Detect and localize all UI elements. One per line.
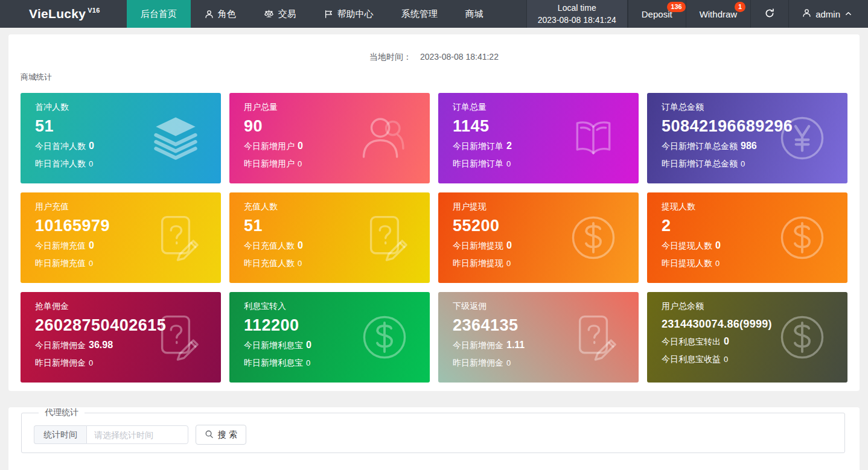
- nav-item-label: 角色: [218, 8, 236, 20]
- doc-question-icon: [150, 212, 202, 264]
- deposit-label: Deposit: [642, 9, 672, 19]
- chevron-up-icon: [844, 9, 852, 19]
- brand-logo[interactable]: VieLuckyV16: [0, 0, 127, 28]
- top-navbar: VieLuckyV16 后台首页 角色 交易 帮助中心 系统管理 商城 Loca…: [0, 0, 868, 28]
- withdraw-button[interactable]: Withdraw 1: [686, 0, 751, 28]
- stat-card: 用户充值10165979今日新增充值0昨日新增充值0: [21, 192, 221, 283]
- nav-item-label: 商城: [465, 8, 483, 20]
- stat-card: 首冲人数51今日首冲人数0昨日首冲人数0: [21, 93, 221, 183]
- dollar-circle-icon: [776, 311, 828, 363]
- search-icon: [205, 430, 214, 440]
- stat-card: 利息宝转入112200今日新增利息宝0昨日新增利息宝0: [229, 292, 430, 383]
- nav-item-trade[interactable]: 交易: [250, 0, 310, 28]
- nav-item-mall[interactable]: 商城: [452, 0, 497, 28]
- card-title: 抢单佣金: [35, 301, 221, 312]
- nav-item-dashboard[interactable]: 后台首页: [127, 0, 191, 28]
- section-title: 商城统计: [21, 72, 860, 83]
- navbar-right: Local time 2023-08-08 18:41:24 Deposit 1…: [526, 0, 868, 28]
- page-local-time-value: 2023-08-08 18:41:22: [420, 52, 499, 62]
- nav-item-label: 帮助中心: [337, 8, 374, 20]
- stat-card: 提现人数2今日提现人数0昨日提现人数0: [647, 192, 847, 283]
- user-icon: [205, 10, 214, 19]
- card-title: 订单总金额: [662, 102, 847, 113]
- search-button-label: 搜 索: [218, 430, 237, 440]
- stat-card: 用户提现55200今日新增提现0昨日新增提现0: [438, 192, 639, 283]
- brand-name: VieLucky: [29, 7, 86, 21]
- card-title: 用户提现: [453, 202, 639, 212]
- stat-card: 订单总量1145今日新增订单2昨日新增订单0: [438, 93, 639, 183]
- local-time-value: 2023-08-08 18:41:24: [538, 14, 616, 26]
- yen-circle-icon: [776, 112, 828, 164]
- stats-grid: 首冲人数51今日首冲人数0昨日首冲人数0用户总量90今日新增用户0昨日新增用户0…: [21, 93, 847, 383]
- card-title: 用户充值: [35, 202, 221, 212]
- doc-question-icon: [359, 212, 410, 264]
- card-title: 首冲人数: [35, 102, 221, 113]
- brand-version: V16: [88, 7, 100, 14]
- stat-time-input[interactable]: [86, 425, 188, 444]
- agent-stats-panel: 代理统计 统计时间 搜 索: [8, 407, 860, 470]
- card-title: 下级返佣: [453, 301, 639, 312]
- stat-card: 用户总余额2314430074.86(9999)今日利息宝转出0今日利息宝收益0: [647, 292, 847, 383]
- nav-item-help-center[interactable]: 帮助中心: [310, 0, 388, 28]
- main-menu: 后台首页 角色 交易 帮助中心 系统管理 商城: [127, 0, 497, 28]
- card-title: 提现人数: [662, 202, 847, 212]
- nav-item-system[interactable]: 系统管理: [388, 0, 452, 28]
- nav-item-label: 后台首页: [141, 8, 177, 20]
- stat-time-label: 统计时间: [34, 425, 86, 444]
- stat-card: 用户总量90今日新增用户0昨日新增用户0: [229, 93, 430, 183]
- stat-card: 抢单佣金26028750402615今日新增佣金36.98昨日新增佣金0: [21, 292, 221, 383]
- scales-icon: [264, 9, 274, 19]
- nav-item-label: 系统管理: [401, 8, 438, 20]
- nav-item-roles[interactable]: 角色: [191, 0, 250, 28]
- refresh-button[interactable]: [750, 0, 788, 28]
- card-title: 用户总余额: [662, 301, 847, 312]
- shop-stats-panel: 当地时间： 2023-08-08 18:41:22 商城统计 首冲人数51今日首…: [8, 34, 860, 391]
- stat-card: 充值人数51今日充值人数0昨日充值人数0: [229, 192, 430, 283]
- user-icon: [802, 8, 811, 19]
- main-content: 当地时间： 2023-08-08 18:41:22 商城统计 首冲人数51今日首…: [0, 34, 868, 470]
- card-title: 订单总量: [453, 102, 639, 113]
- dollar-circle-icon: [359, 311, 410, 363]
- doc-question-icon: [150, 311, 202, 363]
- agent-stats-fieldset: 代理统计 统计时间 搜 索: [21, 407, 845, 453]
- nav-item-label: 交易: [278, 8, 296, 20]
- agent-filter-row: 统计时间 搜 索: [34, 425, 844, 445]
- card-title: 用户总量: [244, 102, 430, 113]
- flag-icon: [324, 10, 333, 19]
- deposit-badge: 136: [667, 2, 685, 12]
- doc-question-icon: [567, 311, 619, 363]
- book-open-icon: [567, 112, 619, 164]
- username: admin: [815, 9, 840, 19]
- search-button[interactable]: 搜 索: [196, 425, 246, 445]
- page-local-time-label: 当地时间：: [369, 52, 412, 62]
- withdraw-label: Withdraw: [700, 9, 738, 19]
- deposit-button[interactable]: Deposit 136: [628, 0, 686, 28]
- users-icon: [359, 112, 410, 164]
- stat-time-filter: 统计时间: [34, 425, 188, 444]
- local-time-label: Local time: [558, 2, 596, 14]
- card-title: 利息宝转入: [244, 301, 430, 312]
- local-time-cell: Local time 2023-08-08 18:41:24: [526, 0, 628, 28]
- user-menu[interactable]: admin: [788, 0, 868, 28]
- withdraw-badge: 1: [735, 2, 745, 12]
- dollar-circle-icon: [567, 212, 619, 264]
- card-title: 充值人数: [244, 202, 430, 212]
- dollar-circle-icon: [776, 212, 828, 264]
- page-local-time: 当地时间： 2023-08-08 18:41:22: [8, 34, 860, 63]
- refresh-icon: [764, 8, 775, 21]
- stat-card: 下级返佣2364135今日新增佣金1.11昨日新增佣金0: [438, 292, 639, 383]
- fieldset-legend: 代理统计: [39, 407, 85, 418]
- stat-card: 订单总金额50842196689296今日新增订单总金额986昨日新增订单总金额…: [647, 93, 847, 183]
- layers-icon: [150, 112, 202, 164]
